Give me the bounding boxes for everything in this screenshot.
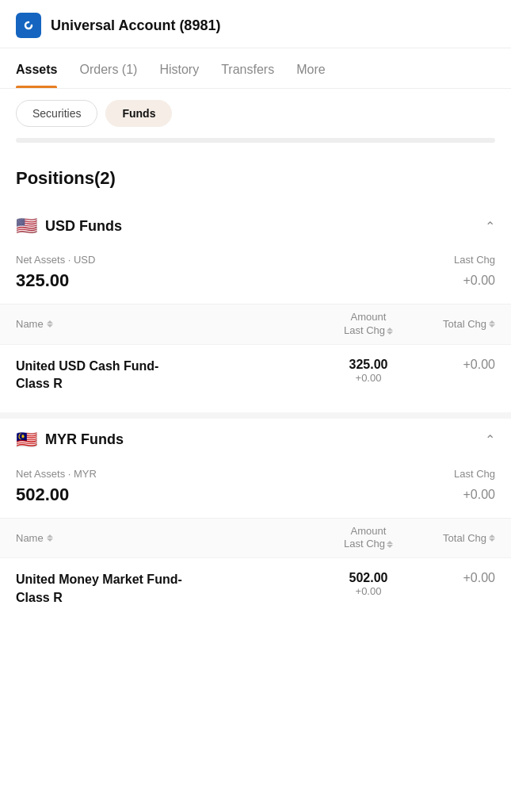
total-sort-icon	[489, 320, 495, 327]
usd-collapse-icon[interactable]: ⌃	[485, 219, 495, 234]
myr-amount-sort-icon	[387, 541, 393, 548]
tab-more[interactable]: More	[296, 48, 325, 88]
tab-assets[interactable]: Assets	[16, 48, 57, 88]
myr-name-sort-icon	[47, 534, 53, 542]
fund-myr-header[interactable]: 🇲🇾 MYR Funds ⌃	[0, 419, 511, 462]
account-title: Universal Account (8981)	[51, 17, 220, 34]
app-logo-icon	[16, 13, 41, 38]
usd-fund-name: USD Funds	[45, 218, 122, 235]
myr-last-chg-label: Last Chg	[454, 468, 495, 480]
fund-section-usd: 🇺🇸 USD Funds ⌃ Net Assets · USD Last Chg…	[0, 205, 511, 406]
sub-tab-funds[interactable]: Funds	[105, 100, 172, 127]
usd-net-assets-row: Net Assets · USD Last Chg	[0, 247, 511, 269]
main-nav: Assets Orders (1) History Transfers More	[0, 48, 511, 89]
usd-col-total[interactable]: Total Chg	[416, 318, 495, 330]
myr-row-0-amount: 502.00	[349, 571, 388, 585]
progress-bar	[16, 138, 495, 143]
myr-collapse-icon[interactable]: ⌃	[485, 432, 495, 447]
myr-row-0-name: United Money Market Fund-Class R	[16, 571, 321, 607]
usd-row-0-amount: 325.00	[349, 358, 388, 372]
amount-sort-icon	[387, 327, 393, 335]
myr-flag-icon: 🇲🇾	[16, 430, 37, 450]
myr-net-value-row: 502.00 +0.00	[0, 483, 511, 518]
section-divider	[0, 412, 511, 419]
myr-col-total[interactable]: Total Chg	[416, 532, 495, 544]
myr-row-0-amount-col: 502.00 +0.00	[321, 571, 416, 597]
usd-last-chg-label: Last Chg	[454, 254, 495, 266]
fund-usd-header[interactable]: 🇺🇸 USD Funds ⌃	[0, 205, 511, 247]
progress-bar-container	[0, 138, 511, 155]
usd-table-header: Name Amount Last Chg Total Chg	[0, 304, 511, 344]
myr-row-0[interactable]: United Money Market Fund-Class R 502.00 …	[0, 557, 511, 619]
usd-row-0-amount-chg: +0.00	[356, 372, 382, 384]
myr-col-name[interactable]: Name	[16, 532, 321, 544]
tab-orders[interactable]: Orders (1)	[79, 48, 137, 88]
sub-tab-bar: Securities Funds	[0, 89, 511, 138]
myr-col-amount[interactable]: Amount Last Chg	[321, 525, 416, 552]
usd-net-value: 325.00	[16, 270, 69, 291]
fund-section-myr: 🇲🇾 MYR Funds ⌃ Net Assets · MYR Last Chg…	[0, 419, 511, 620]
myr-total-sort-icon	[489, 534, 495, 542]
myr-last-chg-value: +0.00	[463, 488, 495, 502]
tab-history[interactable]: History	[159, 48, 199, 88]
usd-row-0-amount-col: 325.00 +0.00	[321, 358, 416, 384]
tab-transfers[interactable]: Transfers	[221, 48, 274, 88]
usd-row-0[interactable]: United USD Cash Fund-Class R 325.00 +0.0…	[0, 344, 511, 406]
sub-tab-securities[interactable]: Securities	[16, 100, 97, 127]
usd-row-0-total: +0.00	[416, 358, 495, 372]
fund-myr-title-group: 🇲🇾 MYR Funds	[16, 430, 124, 450]
myr-net-label: Net Assets · MYR	[16, 468, 97, 480]
myr-net-assets-row: Net Assets · MYR Last Chg	[0, 462, 511, 483]
fund-usd-title-group: 🇺🇸 USD Funds	[16, 216, 122, 236]
usd-net-value-row: 325.00 +0.00	[0, 269, 511, 304]
myr-table-header: Name Amount Last Chg Total Chg	[0, 518, 511, 558]
usd-col-name[interactable]: Name	[16, 318, 321, 330]
usd-net-label: Net Assets · USD	[16, 254, 95, 266]
positions-title: Positions(2)	[0, 155, 511, 205]
myr-row-0-total: +0.00	[416, 571, 495, 585]
usd-row-0-name: United USD Cash Fund-Class R	[16, 358, 321, 393]
myr-fund-name: MYR Funds	[45, 431, 124, 448]
usd-flag-icon: 🇺🇸	[16, 216, 37, 236]
myr-row-0-amount-chg: +0.00	[356, 585, 382, 597]
app-header: Universal Account (8981)	[0, 0, 511, 48]
usd-col-amount[interactable]: Amount Last Chg	[321, 311, 416, 338]
usd-last-chg-value: +0.00	[463, 274, 495, 288]
myr-net-value: 502.00	[16, 485, 69, 505]
name-sort-icon	[47, 320, 53, 327]
